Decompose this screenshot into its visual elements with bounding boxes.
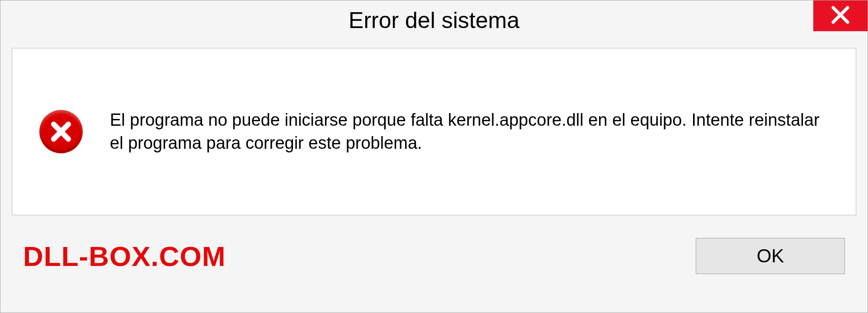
error-icon bbox=[39, 110, 83, 153]
watermark-text: DLL-BOX.COM bbox=[23, 240, 226, 272]
dialog-title: Error del sistema bbox=[349, 7, 519, 33]
close-button[interactable] bbox=[813, 0, 868, 31]
ok-button[interactable]: OK bbox=[696, 238, 845, 274]
error-dialog-window: Error del sistema El programa no puede i… bbox=[0, 0, 868, 313]
error-message: El programa no puede iniciarse porque fa… bbox=[110, 109, 829, 155]
content-panel: El programa no puede iniciarse porque fa… bbox=[12, 48, 856, 215]
close-icon bbox=[830, 4, 851, 28]
titlebar: Error del sistema bbox=[0, 0, 868, 39]
dialog-footer: DLL-BOX.COM OK bbox=[0, 220, 868, 274]
